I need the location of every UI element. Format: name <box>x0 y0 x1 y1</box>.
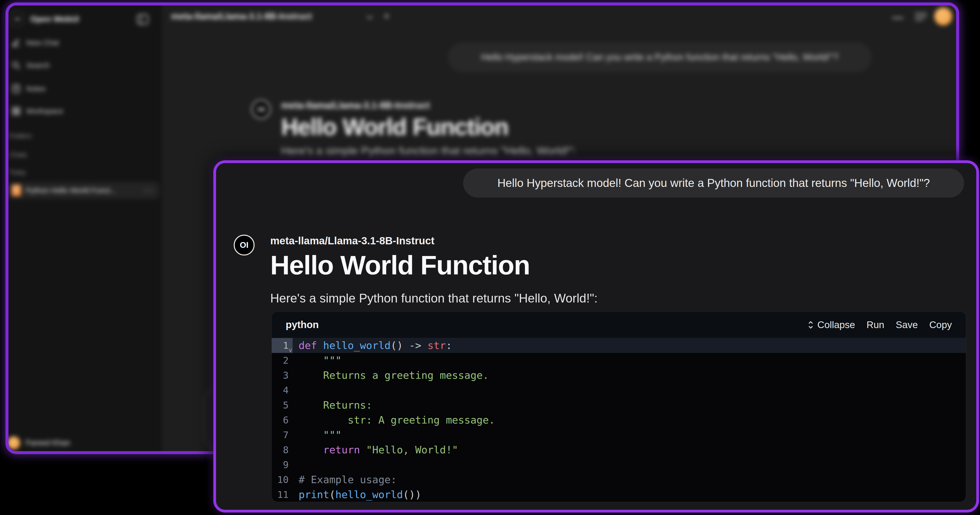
chat-history-item[interactable]: Python Hello World Funct... ··· <box>8 182 159 199</box>
line-number: 7 <box>272 428 293 442</box>
code-text: return "Hello, World!" <box>293 442 458 457</box>
chat-file-icon <box>12 185 21 196</box>
code-text <box>293 457 299 472</box>
unfold-icon <box>807 320 814 330</box>
code-line-10: 10# Example usage: <box>272 472 966 487</box>
new-chat-plus-icon[interactable] <box>382 12 391 21</box>
chat-item-menu-icon[interactable]: ··· <box>144 186 154 195</box>
code-action-collapse-button[interactable]: Collapse <box>807 319 855 330</box>
sidebar-item-workspace[interactable]: Workspace <box>5 103 162 119</box>
workspace-icon <box>11 106 21 117</box>
chat-item-title: Python Hello World Funct... <box>25 186 144 195</box>
assistant-model-name: meta-llama/Llama-3.1-8B-Instruct <box>281 100 430 111</box>
code-line-5: 5 Returns: <box>272 398 966 413</box>
assistant-heading: Hello World Function <box>270 251 530 280</box>
app-title: Open WebUI <box>30 14 79 24</box>
new-chat-icon <box>11 38 21 49</box>
code-action-run-button[interactable]: Run <box>867 319 885 330</box>
code-text: Returns a greeting message. <box>293 368 489 383</box>
code-line-2: 2 """ <box>272 353 966 368</box>
code-line-3: 3 Returns a greeting message. <box>272 368 966 383</box>
code-block: python CollapseRunSaveCopy 1vdef hello_w… <box>272 312 966 502</box>
user-message-bubble-background: Hello Hyperstack model! Can you write a … <box>448 43 872 72</box>
line-number: 4 <box>272 383 293 398</box>
assistant-intro-text: Here's a simple Python function that ret… <box>270 292 598 305</box>
model-selector[interactable]: meta-llama/Llama-3.1-8B-Instruct <box>171 11 312 22</box>
sidebar-item-label: New Chat <box>26 38 59 48</box>
profile-name[interactable]: Fareed Khan <box>25 438 70 448</box>
sidebar-item-label: Notes <box>26 84 46 94</box>
chevron-down-icon[interactable] <box>366 14 374 21</box>
code-text: def hello_world() -> str: <box>293 338 452 353</box>
notes-icon <box>11 84 21 95</box>
code-text: Returns: <box>293 398 372 413</box>
assistant-intro-text: Here's a simple Python function that ret… <box>281 145 576 157</box>
line-number: 10 <box>272 472 293 487</box>
app-logo-icon: OI <box>11 13 23 25</box>
code-text: """ <box>293 428 342 442</box>
code-line-4: 4 <box>272 383 966 398</box>
code-lines[interactable]: 1vdef hello_world() -> str:2 """3 Return… <box>272 338 966 502</box>
code-line-8: 8 return "Hello, World!" <box>272 442 966 457</box>
line-number: 8 <box>272 442 293 457</box>
zoom-panel: Hello Hyperstack model! Can you write a … <box>213 160 979 512</box>
assistant-heading: Hello World Function <box>281 114 508 140</box>
line-number: 2 <box>272 353 293 368</box>
user-message-bubble: Hello Hyperstack model! Can you write a … <box>463 168 964 198</box>
code-actions: CollapseRunSaveCopy <box>807 319 952 330</box>
user-avatar[interactable] <box>7 437 20 449</box>
code-text: """ <box>293 353 342 368</box>
sidebar-section-chats[interactable]: Chats <box>10 150 27 160</box>
sidebar-item-notes[interactable]: Notes <box>5 81 162 97</box>
code-line-1: 1vdef hello_world() -> str: <box>272 338 966 353</box>
sidebar-section-folders[interactable]: Folders <box>10 131 32 141</box>
account-avatar[interactable] <box>934 8 952 25</box>
code-language-label: python <box>286 319 319 330</box>
minimize-icon[interactable] <box>892 17 904 19</box>
code-line-9: 9 <box>272 457 966 472</box>
chat-group-label: Today <box>10 167 26 177</box>
assistant-avatar: OI <box>251 100 270 119</box>
code-text <box>293 383 299 398</box>
line-number: 6 <box>272 413 293 428</box>
code-line-7: 7 """ <box>272 428 966 442</box>
code-action-save-button[interactable]: Save <box>896 319 918 330</box>
line-number: 11 <box>272 487 293 502</box>
code-text: print(hello_world()) <box>293 487 422 502</box>
fold-caret-icon[interactable]: v <box>289 347 292 353</box>
sidebar: OI Open WebUI New Chat Search <box>5 3 162 454</box>
assistant-model-name: meta-llama/Llama-3.1-8B-Instruct <box>270 235 434 246</box>
line-number: 9 <box>272 457 293 472</box>
line-number: 5 <box>272 398 293 413</box>
sidebar-item-label: Workspace <box>26 106 64 116</box>
search-icon <box>11 60 21 72</box>
sidebar-item-label: Search <box>26 60 50 70</box>
assistant-avatar: OI <box>234 235 255 256</box>
code-text: str: A greeting message. <box>293 413 495 428</box>
menu-lines-icon[interactable] <box>915 13 927 22</box>
code-line-6: 6 str: A greeting message. <box>272 413 966 428</box>
sidebar-item-new-chat[interactable]: New Chat <box>5 35 162 51</box>
line-number: 3 <box>272 368 293 383</box>
sidebar-item-search[interactable]: Search <box>5 57 162 73</box>
code-block-header: python CollapseRunSaveCopy <box>272 312 966 338</box>
code-line-11: 11print(hello_world()) <box>272 487 966 502</box>
code-text: # Example usage: <box>293 472 397 487</box>
sidebar-toggle-icon[interactable] <box>137 14 149 26</box>
line-number: 1v <box>272 338 293 353</box>
code-action-copy-button[interactable]: Copy <box>929 319 952 330</box>
